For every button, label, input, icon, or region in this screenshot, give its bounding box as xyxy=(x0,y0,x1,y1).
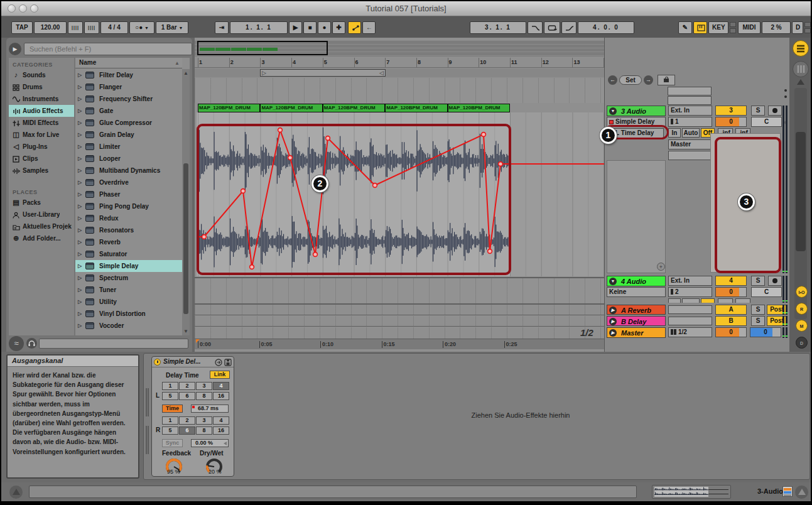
track3-name[interactable]: ▼ 3 Audio xyxy=(607,106,666,116)
return-a-lane[interactable] xyxy=(195,305,604,315)
master-output-menu[interactable]: 1/2▼ xyxy=(668,327,712,337)
return-b-lane[interactable] xyxy=(195,316,604,326)
cpu-meter[interactable]: 2 % xyxy=(762,21,791,34)
audio-clip-title-bar[interactable]: MAP_120BPM_DRUM xyxy=(323,104,385,112)
return-a-send[interactable]: A xyxy=(715,305,747,315)
browser-item[interactable]: ▷Phaser xyxy=(75,188,182,200)
sidebar-item-clips[interactable]: Clips xyxy=(9,153,74,165)
loop-button[interactable] xyxy=(544,21,560,34)
show-io-button[interactable]: I•O xyxy=(796,286,808,298)
nudge-down-button[interactable]: |||| xyxy=(68,21,83,34)
return-b-fold-icon[interactable]: ▶ xyxy=(609,318,617,325)
scrollbar-thumb[interactable] xyxy=(796,132,806,251)
play-button[interactable]: ▶ xyxy=(289,21,302,34)
audio-clip-title-bar[interactable]: MAP_120BPM_DRUM xyxy=(260,104,322,112)
show-returns-button[interactable]: R xyxy=(796,303,808,315)
disclosure-triangle-icon[interactable]: ▷ xyxy=(78,320,82,332)
return-b-send[interactable]: B xyxy=(715,316,747,326)
disclosure-triangle-icon[interactable]: ▷ xyxy=(78,176,82,188)
sort-ascending-icon[interactable]: ▲ xyxy=(175,58,180,68)
track4-lane[interactable] xyxy=(195,278,604,303)
track3-volume[interactable]: 0 xyxy=(715,117,747,127)
draw-mode-button[interactable]: ✎ xyxy=(678,21,692,34)
track3-pan[interactable]: C xyxy=(751,117,782,127)
track4-pan[interactable]: C xyxy=(751,287,782,297)
track3-number[interactable]: 3 xyxy=(715,106,747,116)
track4-fold-icon[interactable]: ▼ xyxy=(609,278,617,285)
track3-output-channel-box[interactable] xyxy=(668,151,712,160)
browser-item[interactable]: ▷Looper xyxy=(75,153,182,165)
beat-division-button-l-5[interactable]: 5 xyxy=(162,392,178,400)
locator-prev-button[interactable]: ← xyxy=(608,75,617,85)
beat-division-button-l-3[interactable]: 3 xyxy=(196,382,212,390)
record-button[interactable]: ● xyxy=(318,21,331,34)
browser-item[interactable]: ▷Utility xyxy=(75,296,182,308)
sidebar-item-packs[interactable]: ▤Packs xyxy=(9,197,74,209)
disclosure-triangle-icon[interactable]: ▷ xyxy=(78,117,82,129)
add-automation-lane-button[interactable]: + xyxy=(657,263,665,271)
sidebar-item-max-for-live[interactable]: ◫Max for Live xyxy=(9,129,74,141)
track3-fold-icon[interactable]: ▼ xyxy=(609,107,617,115)
track3-arm-button[interactable] xyxy=(768,106,782,116)
track3-input-type-menu[interactable]: Ext. In▼ xyxy=(668,106,712,116)
browser-scrollbar[interactable]: ▲ ▼ xyxy=(182,69,190,335)
track4-solo-button[interactable]: S xyxy=(751,276,765,286)
loop-brace[interactable]: ▷ ◁ xyxy=(260,69,386,77)
track4-volume[interactable]: 0 xyxy=(715,287,747,297)
track3-input-channel-menu[interactable]: 1▼ xyxy=(668,117,712,127)
beat-division-button-l-1[interactable]: 1 xyxy=(162,382,178,390)
browser-item[interactable]: ▷Spectrum xyxy=(75,272,182,284)
master-name[interactable]: ▶ Master xyxy=(607,327,666,338)
feedback-value[interactable]: 95 % xyxy=(167,469,180,475)
sidebar-item-aktuelles-projekt[interactable]: Aktuelles Projekt xyxy=(9,220,74,232)
hot-swap-icon[interactable] xyxy=(215,359,222,366)
browser-item[interactable]: ▷Limiter xyxy=(75,141,182,153)
browser-item[interactable]: ▷Overdrive xyxy=(75,176,182,188)
locator-next-button[interactable]: → xyxy=(644,75,653,85)
show-delay-button[interactable]: D xyxy=(796,337,808,349)
master-lane[interactable] xyxy=(195,327,604,339)
preview-headphone-button[interactable] xyxy=(26,338,37,349)
arrangement-position-display[interactable]: 1. 1. 1 xyxy=(230,21,288,34)
list-column-name[interactable]: Name ▲ xyxy=(75,58,182,68)
track4-name[interactable]: ▼ 4 Audio xyxy=(607,276,666,286)
automation-arm-button[interactable] xyxy=(348,21,361,34)
disclosure-triangle-icon[interactable]: ▷ xyxy=(78,105,82,117)
beat-division-button-r-3[interactable]: 3 xyxy=(196,416,212,425)
preview-scrub-bar[interactable] xyxy=(39,339,188,349)
help-view-toggle[interactable] xyxy=(795,486,808,499)
device-on-icon[interactable] xyxy=(154,359,161,366)
metronome-button[interactable]: ○● ▼ xyxy=(129,21,154,34)
loop-end-handle[interactable]: ◁ xyxy=(379,70,384,77)
hot-swap-mode-icon[interactable]: ≈ xyxy=(9,336,24,351)
beat-division-button-l-4[interactable]: 4 xyxy=(213,382,229,390)
arrangement-view-selector[interactable] xyxy=(793,40,809,57)
info-view-toggle[interactable] xyxy=(9,486,23,499)
master-fold-icon[interactable]: ▶ xyxy=(609,329,617,337)
sidebar-item-drums[interactable]: Drums xyxy=(9,81,74,93)
disclosure-triangle-icon[interactable]: ▷ xyxy=(78,200,82,212)
disclosure-triangle-icon[interactable]: ▷ xyxy=(78,260,82,272)
link-button[interactable]: Link xyxy=(210,371,230,379)
search-input[interactable]: Suchen (Befehl + F) xyxy=(24,43,192,55)
return-a-fold-icon[interactable]: ▶ xyxy=(609,307,617,314)
loop-start-handle[interactable]: ▷ xyxy=(262,70,266,77)
disclosure-triangle-icon[interactable]: ▷ xyxy=(78,165,82,176)
panel-handle[interactable] xyxy=(146,388,149,416)
audio-clip-title-bar[interactable]: MAP_120BPM_DRUM xyxy=(198,104,260,112)
beat-time-ruler[interactable]: 12345678910111213 xyxy=(195,58,604,68)
quantization-menu[interactable]: 1 Bar ▼ xyxy=(156,21,188,34)
tempo-field[interactable]: 120.00 xyxy=(34,21,67,34)
disclosure-triangle-icon[interactable]: ▷ xyxy=(78,153,82,165)
computer-midi-keyboard-button[interactable] xyxy=(693,21,707,34)
browser-item[interactable]: ▷Simple Delay xyxy=(75,260,182,272)
disk-overload-indicator[interactable]: D xyxy=(792,21,803,34)
disclosure-triangle-icon[interactable]: ▷ xyxy=(78,308,82,320)
beat-division-button-l-16[interactable]: 16 xyxy=(213,392,229,400)
browser-item[interactable]: ▷Filter Delay xyxy=(75,69,182,81)
sync-mode-button[interactable]: Sync xyxy=(162,439,183,447)
pre-box-1[interactable] xyxy=(668,87,712,95)
audio-clip-title-bar[interactable]: MAP_120BPM_DRUM xyxy=(448,104,510,112)
track3-output-menu[interactable]: Master▼ xyxy=(668,139,712,149)
scroll-down-icon[interactable]: ▼ xyxy=(183,329,189,334)
